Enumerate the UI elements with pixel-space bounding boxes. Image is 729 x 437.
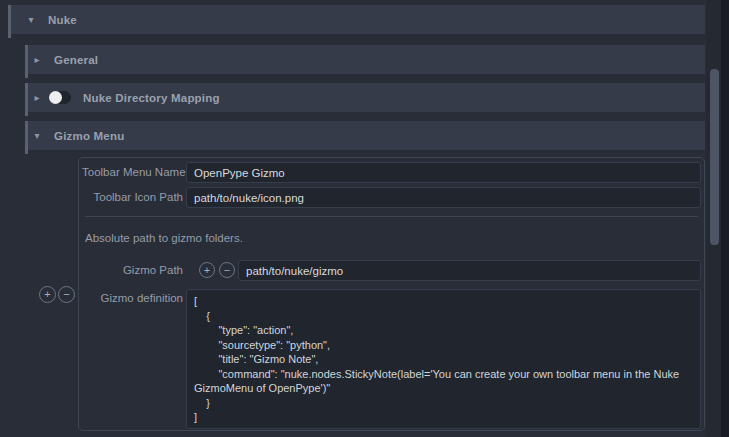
settings-window: ▾ Nuke ▸ General ▸ Nuke Directory Mappin… (0, 0, 729, 437)
gizmo-path-remove-button[interactable]: − (219, 262, 235, 278)
toolbar-menu-name-label: Toolbar Menu Name (82, 166, 183, 178)
gizmo-list-remove-button[interactable]: − (58, 286, 75, 303)
section-title-gizmo-menu: Gizmo Menu (54, 130, 124, 142)
chevron-down-icon[interactable]: ▾ (32, 131, 42, 141)
section-header-nuke[interactable]: ▾ Nuke (11, 5, 705, 34)
gizmo-definition-label: Gizmo definition (82, 292, 183, 304)
gizmo-path-input[interactable] (238, 260, 701, 281)
gizmo-path-add-button[interactable]: + (199, 262, 215, 278)
gizmo-definition-textarea[interactable]: [ { "type": "action", "sourcetype": "pyt… (186, 289, 701, 429)
directory-mapping-enabled-toggle[interactable] (49, 91, 71, 104)
section-header-general[interactable]: ▸ General (28, 45, 705, 74)
chevron-right-icon[interactable]: ▸ (32, 55, 42, 65)
section-header-nuke-directory-mapping[interactable]: ▸ Nuke Directory Mapping (28, 83, 705, 112)
toolbar-menu-name-input[interactable] (186, 162, 701, 183)
section-header-gizmo-menu[interactable]: ▾ Gizmo Menu (28, 121, 705, 150)
gizmo-folders-note: Absolute path to gizmo folders. (85, 232, 243, 244)
gizmo-path-label: Gizmo Path (82, 264, 183, 276)
section-title-general: General (54, 54, 98, 66)
window-right-edge (721, 0, 729, 437)
section-title-nuke: Nuke (48, 14, 77, 26)
toggle-knob (49, 91, 62, 104)
chevron-right-icon[interactable]: ▸ (32, 93, 42, 103)
chevron-down-icon[interactable]: ▾ (26, 15, 36, 25)
scrollbar-track[interactable] (706, 0, 721, 437)
gizmo-menu-panel: Toolbar Menu Name Toolbar Icon Path Abso… (78, 157, 705, 431)
scrollbar-thumb[interactable] (710, 69, 719, 245)
toolbar-icon-path-input[interactable] (186, 187, 701, 208)
section-title-nuke-directory-mapping: Nuke Directory Mapping (83, 92, 220, 104)
toolbar-icon-path-label: Toolbar Icon Path (82, 191, 183, 203)
section-divider (85, 216, 698, 217)
gizmo-list-add-button[interactable]: + (39, 286, 56, 303)
